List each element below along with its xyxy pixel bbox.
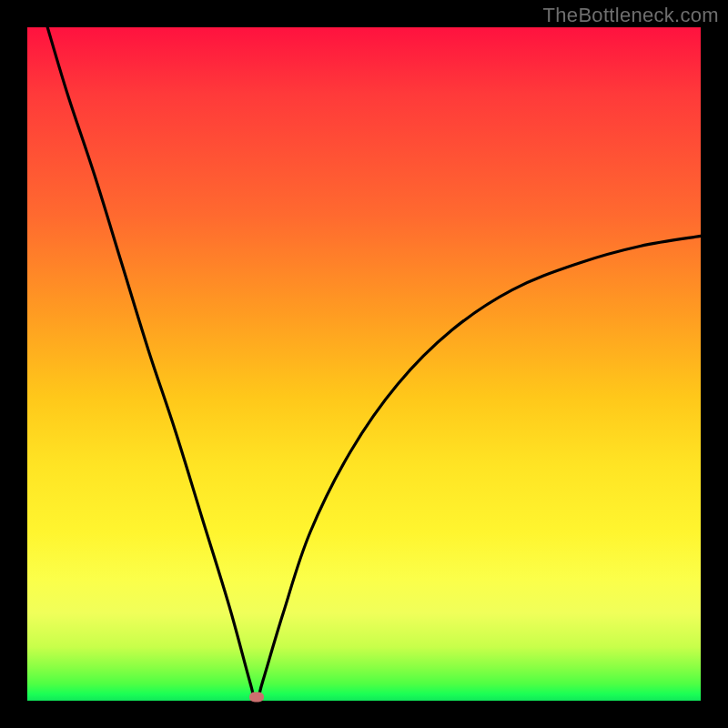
optimal-point-marker [249, 693, 264, 703]
chart-frame: TheBottleneck.com [0, 0, 728, 728]
bottleneck-curve [27, 27, 701, 701]
watermark-text: TheBottleneck.com [543, 4, 719, 27]
plot-area [27, 27, 701, 701]
